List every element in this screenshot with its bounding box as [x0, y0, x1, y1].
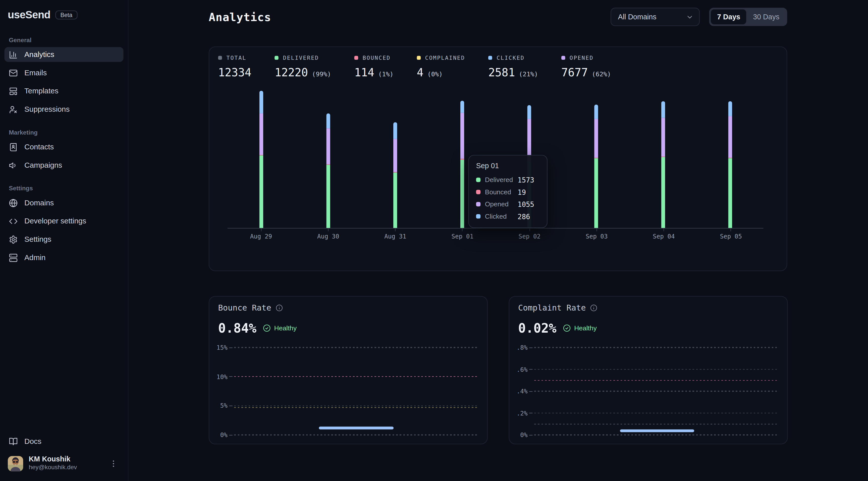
axis-tick	[596, 228, 597, 231]
stat-dot	[275, 56, 279, 60]
bar-segment-opened	[393, 139, 397, 172]
main-content: Analytics All Domains 7 Days30 Days TOTA…	[128, 0, 868, 481]
docs-label: Docs	[24, 437, 41, 446]
bar-sep-01[interactable]	[460, 101, 464, 228]
stat-label-text: OPENED	[569, 55, 593, 61]
beta-badge: Beta	[56, 10, 78, 19]
bar-sep-05[interactable]	[728, 101, 732, 228]
stat-values: 12220(99%)	[275, 66, 331, 79]
range-option-7-days[interactable]: 7 Days	[711, 9, 746, 24]
y-tick-label: 0%	[216, 431, 227, 439]
x-axis-label: Aug 29	[239, 233, 283, 240]
complaint-health-badge: Healthy	[563, 324, 597, 332]
header-controls: All Domains 7 Days30 Days	[611, 8, 787, 26]
logo-row: useSend Beta	[4, 5, 124, 22]
y-tick-label: 5%	[216, 403, 227, 410]
bar-segment-delivered	[326, 165, 330, 228]
x-axis-label: Aug 30	[306, 233, 350, 240]
app-root: useSend Beta GeneralAnalyticsEmailsTempl…	[0, 0, 868, 481]
gridline	[234, 406, 479, 406]
threshold-line	[234, 407, 479, 408]
check-circle-icon	[563, 324, 571, 332]
tooltip-series-dot	[476, 178, 481, 182]
x-axis-label: Aug 31	[373, 233, 417, 240]
stat-label: COMPLAINED	[417, 55, 465, 61]
sidebar-item-label: Admin	[24, 253, 45, 262]
domain-filter-select[interactable]: All Domains	[611, 8, 700, 26]
sidebar-item-docs[interactable]: Docs	[4, 434, 124, 449]
check-circle-icon	[263, 324, 271, 332]
bar-sep-04[interactable]	[661, 101, 665, 228]
kebab-menu-icon[interactable]	[109, 459, 118, 468]
complaint-rate-chart: .8%.6%.4%.2%0%	[516, 347, 779, 435]
bar-sep-03[interactable]	[594, 104, 598, 228]
info-icon[interactable]	[590, 304, 597, 311]
sidebar-item-emails[interactable]: Emails	[4, 65, 124, 80]
code-icon	[9, 217, 18, 225]
bar-segment-opened	[259, 114, 263, 155]
bar-aug-29[interactable]	[259, 91, 263, 228]
sidebar-item-developer-settings[interactable]: Developer settings	[4, 214, 124, 229]
x-axis-label: Sep 01	[440, 233, 485, 240]
tooltip-series-value: 286	[518, 212, 540, 220]
y-tick-mark	[229, 435, 232, 435]
stat-label-text: CLICKED	[497, 55, 524, 61]
stat-number: 2581	[488, 66, 515, 79]
sidebar-item-suppressions[interactable]: Suppressions	[4, 102, 124, 117]
rate-series-segment	[620, 429, 694, 432]
bar-aug-31[interactable]	[393, 122, 397, 228]
stat-percent: (1%)	[378, 70, 394, 78]
sidebar-nav: GeneralAnalyticsEmailsTemplatesSuppressi…	[4, 22, 124, 268]
tooltip-series-value: 19	[518, 188, 540, 196]
bar-segment-clicked	[527, 105, 531, 119]
bar-segment-clicked	[594, 104, 598, 119]
user-menu[interactable]: KM Koushik hey@koushik.dev	[4, 452, 124, 475]
bar-segment-opened	[594, 119, 598, 158]
axis-tick	[395, 228, 396, 231]
sidebar-item-contacts[interactable]: Contacts	[4, 139, 124, 154]
y-tick-mark	[529, 347, 532, 348]
bar-segment-clicked	[259, 91, 263, 113]
bar-aug-30[interactable]	[326, 113, 330, 228]
sidebar-item-label: Emails	[24, 68, 47, 77]
stat-dot	[218, 56, 222, 60]
complaint-rate-title: Complaint Rate	[518, 303, 586, 312]
stat-number: 4	[417, 66, 424, 79]
email-activity-card: TOTAL12334DELIVERED12220(99%)BOUNCED114(…	[209, 46, 787, 271]
stat-opened: OPENED7677(62%)	[561, 55, 611, 79]
user-name: KM Koushik	[29, 456, 77, 464]
bar-segment-clicked	[393, 122, 397, 139]
stat-label: CLICKED	[488, 55, 538, 61]
sidebar-item-campaigns[interactable]: Campaigns	[4, 158, 124, 173]
bar-segment-opened	[460, 113, 464, 159]
sidebar-item-label: Analytics	[24, 51, 54, 59]
y-tick-label: .6%	[516, 366, 527, 373]
stat-values: 114(1%)	[354, 66, 394, 79]
gridline	[534, 435, 779, 435]
info-icon[interactable]	[276, 304, 283, 311]
sidebar-item-domains[interactable]: Domains	[4, 195, 124, 211]
bar-segment-delivered	[661, 157, 665, 228]
stat-dot	[488, 56, 492, 60]
x-axis-label: Sep 03	[575, 233, 619, 240]
app-logo: useSend	[8, 9, 51, 21]
gear-icon	[9, 235, 18, 244]
gridline	[234, 347, 479, 348]
server-icon	[9, 253, 18, 262]
sidebar-item-analytics[interactable]: Analytics	[4, 47, 124, 62]
sidebar-item-templates[interactable]: Templates	[4, 84, 124, 99]
sidebar-item-admin[interactable]: Admin	[4, 250, 124, 265]
sidebar-item-settings[interactable]: Settings	[4, 232, 124, 247]
stat-label-text: DELIVERED	[283, 55, 319, 61]
stat-percent: (0%)	[427, 70, 442, 78]
complaint-rate-title-row: Complaint Rate	[518, 303, 597, 312]
bar-segment-opened	[728, 116, 732, 158]
y-tick-label: 10%	[216, 373, 227, 381]
tooltip-series-label: Delivered	[485, 176, 513, 184]
x-axis-label: Sep 02	[507, 233, 552, 240]
y-tick-label: 0%	[516, 431, 527, 439]
tooltip-row: Opened1055	[476, 200, 540, 209]
avatar	[8, 456, 23, 471]
layout-template-icon	[9, 87, 18, 95]
range-option-30-days[interactable]: 30 Days	[747, 9, 786, 24]
